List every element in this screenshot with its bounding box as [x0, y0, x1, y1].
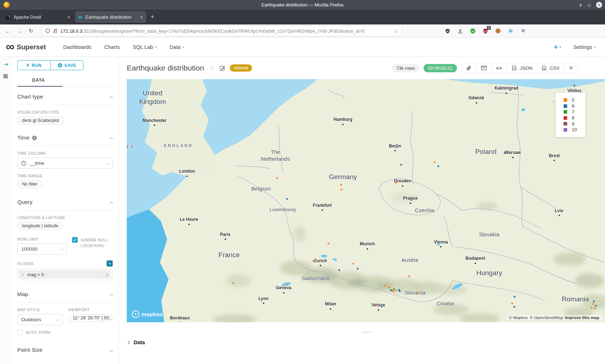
- chart-menu-button[interactable]: ≡: [564, 63, 577, 73]
- map-style-label: MAP STYLE: [17, 308, 63, 312]
- nav-charts[interactable]: Charts: [104, 44, 120, 50]
- nav-dashboards[interactable]: Dashboards: [63, 44, 91, 50]
- browser-toolbar: ← → ↻ 172.18.0.3:32108/superset/explore/…: [0, 24, 605, 38]
- cookie-icon[interactable]: [495, 28, 501, 34]
- time-range-value[interactable]: No filter: [17, 180, 42, 188]
- reload-button[interactable]: ↻: [25, 28, 37, 34]
- new-chart-button[interactable]: +▾: [554, 43, 561, 51]
- window-close-button[interactable]: ×: [596, 2, 602, 8]
- bookmark-star-icon[interactable]: ☆: [394, 28, 398, 34]
- export-json-button[interactable]: .JSON: [507, 63, 537, 73]
- city-dot: [512, 157, 514, 158]
- nav-settings[interactable]: Settings▾: [573, 44, 596, 50]
- chevron-down-icon: [60, 247, 64, 251]
- copy-link-button[interactable]: [462, 63, 476, 73]
- extension-green-icon[interactable]: [470, 28, 476, 34]
- earthquake-point: [514, 296, 516, 298]
- mapbox-attribution-link[interactable]: © Mapbox: [509, 315, 528, 320]
- url-bar[interactable]: 172.18.0.3:32108/superset/explore/?form_…: [42, 26, 402, 36]
- viz-type-label: VISUALIZATION TYPE: [17, 110, 113, 114]
- viz-type-value[interactable]: deck.gl Scatterplot: [17, 117, 64, 124]
- chevron-right-icon: [126, 341, 130, 344]
- row-limit-select[interactable]: 100000: [17, 244, 67, 255]
- insecure-lock-icon[interactable]: [53, 28, 58, 33]
- mapbox-logo-icon: [132, 310, 139, 318]
- legend-value: 9: [572, 121, 574, 127]
- resize-handle[interactable]: [362, 331, 372, 334]
- lonlat-value[interactable]: longitude | latitude: [17, 222, 63, 230]
- map-canvas[interactable]: United KingdomFranceGermanyPolandHungary…: [127, 79, 605, 322]
- downloads-icon[interactable]: [457, 28, 463, 34]
- map-style-select[interactable]: Outdoors: [17, 314, 63, 325]
- ignore-null-checkbox[interactable]: ✓: [72, 237, 78, 243]
- remove-filter-icon[interactable]: ×: [19, 272, 27, 277]
- tab-close-icon[interactable]: ×: [140, 14, 143, 20]
- datasource-grid-icon[interactable]: ▦: [3, 73, 8, 79]
- tab-apache-druid[interactable]: Apache Druid ×: [2, 11, 73, 23]
- earthquake-point: [357, 268, 359, 270]
- filter-item[interactable]: × mag > 5: [19, 270, 111, 279]
- section-query[interactable]: Query: [17, 188, 113, 210]
- edit-properties-icon[interactable]: [220, 65, 225, 71]
- data-panel-header[interactable]: Data: [127, 340, 145, 345]
- tab-earthquake-distribution[interactable]: ∞ Earthquake distribution ×: [75, 11, 146, 23]
- ublock-shield-icon[interactable]: 2: [482, 28, 489, 34]
- earthquake-point: [276, 177, 278, 179]
- tab-close-icon[interactable]: ×: [67, 14, 70, 20]
- earthquake-point: [395, 182, 397, 183]
- collapse-panel-icon[interactable]: ⇥: [3, 61, 8, 68]
- city-dot: [367, 248, 368, 250]
- favorite-star-icon[interactable]: ☆: [209, 64, 215, 72]
- window-title: Earthquake distribution — Mozilla Firefo…: [0, 3, 605, 8]
- embed-code-button[interactable]: <>: [491, 63, 507, 73]
- osm-attribution-link[interactable]: © OpenStreetMap: [530, 315, 563, 320]
- window-minimize-button[interactable]: ∨: [579, 3, 582, 7]
- filter-value: mag > 5: [27, 272, 44, 277]
- legend-value: 10: [572, 127, 577, 132]
- forward-button[interactable]: →: [14, 28, 25, 34]
- back-button[interactable]: ←: [2, 28, 14, 34]
- chevron-down-icon: ▾: [155, 45, 157, 49]
- earthquake-point: [595, 305, 597, 307]
- section-chart-type[interactable]: Chart type: [17, 87, 113, 105]
- expand-filter-icon[interactable]: [101, 270, 111, 279]
- mapbox-logo[interactable]: mapbox: [132, 310, 163, 318]
- sparkle-extension-icon[interactable]: [507, 28, 514, 34]
- earthquake-point: [376, 303, 377, 305]
- email-button[interactable]: [476, 63, 491, 73]
- map-attribution: © Mapbox © OpenStreetMap Improve this ma…: [507, 315, 601, 320]
- superset-favicon: ∞: [78, 14, 82, 20]
- auto-zoom-checkbox[interactable]: [17, 329, 23, 335]
- earthquake-point: [286, 198, 288, 200]
- window-maximize-button[interactable]: ◇: [587, 3, 591, 7]
- run-button[interactable]: RUN: [18, 61, 50, 70]
- section-point-size[interactable]: Point Size: [17, 335, 113, 358]
- viewport-value[interactable]: 11° 28' 29.70" | 50...: [68, 314, 113, 322]
- city-dot: [475, 263, 476, 264]
- city-dot: [322, 209, 323, 211]
- section-time[interactable]: Timei: [17, 124, 113, 146]
- time-column-select[interactable]: __time: [17, 158, 113, 169]
- nav-data[interactable]: Data▾: [170, 44, 184, 50]
- city-dot: [410, 203, 411, 204]
- chart-actions-group: <> .JSON .CSV ≡: [461, 63, 578, 73]
- control-panel: RUN SAVE DATA Chart type VISUALIZATION T…: [12, 57, 119, 364]
- earthquake-point: [437, 165, 439, 167]
- improve-map-link[interactable]: Improve this map: [565, 315, 599, 320]
- save-button[interactable]: SAVE: [50, 61, 84, 70]
- new-tab-button[interactable]: +: [151, 13, 154, 21]
- protections-shield-icon[interactable]: [444, 28, 451, 34]
- earthquake-point: [593, 300, 595, 302]
- tab-data[interactable]: DATA: [17, 78, 60, 83]
- altered-badge: Altered: [230, 64, 252, 72]
- earthquake-point: [395, 289, 397, 291]
- section-map[interactable]: Map: [17, 280, 113, 302]
- add-filter-button[interactable]: +: [107, 260, 113, 267]
- export-csv-button[interactable]: .CSV: [537, 63, 564, 73]
- browser-menu-icon[interactable]: ≡: [520, 28, 526, 34]
- window-titlebar: Earthquake distribution — Mozilla Firefo…: [0, 0, 605, 10]
- druid-favicon: [5, 14, 11, 20]
- nav-sql-lab[interactable]: SQL Lab▾: [133, 44, 156, 50]
- tracking-shield-icon[interactable]: [45, 28, 50, 33]
- city-dot: [440, 246, 442, 247]
